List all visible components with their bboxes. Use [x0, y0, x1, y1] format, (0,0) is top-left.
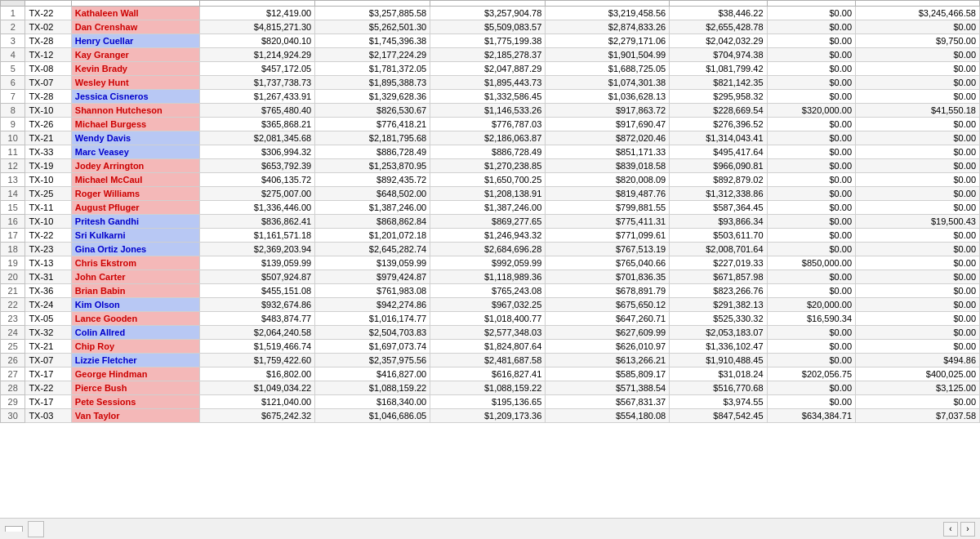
header-total-receipts[interactable]	[430, 1, 546, 7]
cell-total-receipts: $616,827.41	[430, 368, 546, 381]
cell-individual: $4,815,271.30	[200, 20, 315, 34]
cell-total-contrib: $826,530.67	[315, 104, 430, 118]
cell-cand-contrib: $494.86	[856, 354, 980, 368]
cell-total-disbursements: $799,881.55	[546, 201, 670, 215]
table-row: 3TX-28Henry Cuellar$820,040.10$1,745,396…	[1, 34, 980, 48]
cell-total-disbursements: $917,863.72	[546, 104, 670, 118]
cell-district: TX-19	[25, 159, 71, 173]
table-row: 25TX-21Chip Roy$1,519,466.74$1,697,073.7…	[1, 340, 980, 354]
cell-total-disbursements: $647,260.71	[546, 312, 670, 326]
header-district[interactable]	[25, 1, 71, 7]
cell-debts: $0.00	[767, 7, 856, 20]
cell-candidate: Marc Veasey	[71, 145, 199, 159]
cell-cash: $821,142.35	[670, 76, 767, 90]
bottom-bar: ‹ ›	[0, 518, 980, 539]
cell-total-disbursements: $771,099.61	[546, 229, 670, 243]
table-row: 30TX-03Van Taylor$675,242.32$1,046,686.0…	[1, 409, 980, 423]
cell-cash: $2,042,032.29	[670, 34, 767, 48]
cell-debts: $850,000.00	[767, 256, 856, 270]
cell-cand-contrib: $0.00	[856, 118, 980, 131]
cell-debts: $0.00	[767, 145, 856, 159]
cell-cand-contrib: $0.00	[856, 131, 980, 145]
cell-total-disbursements: $872,020.46	[546, 131, 670, 145]
cell-total-contrib: $942,274.86	[315, 298, 430, 312]
add-sheet-button[interactable]	[28, 521, 44, 537]
table-row: 28TX-22Pierce Bush$1,049,034.22$1,088,15…	[1, 381, 980, 395]
row-number: 7	[1, 90, 25, 104]
cell-district: TX-11	[25, 201, 71, 215]
cell-individual: $306,994.32	[200, 145, 315, 159]
cell-cand-contrib: $0.00	[856, 173, 980, 187]
table-wrapper[interactable]: 1TX-22Kathaleen Wall$12,419.00$3,257,885…	[0, 0, 980, 518]
cell-cand-contrib: $0.00	[856, 326, 980, 340]
cell-total-disbursements: $701,836.35	[546, 270, 670, 284]
cell-cash: $847,542.45	[670, 409, 767, 423]
table-row: 27TX-17George Hindman$16,802.00$416,827.…	[1, 368, 980, 381]
cell-cand-contrib: $400,025.00	[856, 368, 980, 381]
cell-cand-contrib: $0.00	[856, 270, 980, 284]
cell-candidate: Jessica Cisneros	[71, 90, 199, 104]
cell-cand-contrib: $0.00	[856, 284, 980, 298]
cell-cash: $966,090.81	[670, 159, 767, 173]
row-number: 24	[1, 326, 25, 340]
cell-debts: $202,056.75	[767, 368, 856, 381]
cell-total-disbursements: $917,690.47	[546, 118, 670, 131]
cell-individual: $457,172.05	[200, 62, 315, 76]
cell-total-disbursements: $819,487.76	[546, 187, 670, 201]
cell-district: TX-22	[25, 381, 71, 395]
header-candidate[interactable]	[71, 1, 199, 7]
row-number: 18	[1, 243, 25, 256]
cell-cash: $823,266.76	[670, 284, 767, 298]
cell-cand-contrib: $0.00	[856, 20, 980, 34]
cell-candidate: Henry Cuellar	[71, 34, 199, 48]
cell-individual: $1,161,571.18	[200, 229, 315, 243]
cell-cash: $516,770.68	[670, 381, 767, 395]
cell-candidate: Lance Gooden	[71, 312, 199, 326]
cell-total-disbursements: $2,874,833.26	[546, 20, 670, 34]
cell-cash: $295,958.32	[670, 90, 767, 104]
cell-cash: $1,910,488.45	[670, 354, 767, 368]
cell-total-receipts: $5,509,083.57	[430, 20, 546, 34]
cell-total-disbursements: $571,388.54	[546, 381, 670, 395]
header-total-disbursements[interactable]	[546, 1, 670, 7]
cell-cash: $892,879.02	[670, 173, 767, 187]
cell-total-disbursements: $3,219,458.56	[546, 7, 670, 20]
cell-district: TX-10	[25, 173, 71, 187]
cell-individual: $2,369,203.94	[200, 243, 315, 256]
header-debts[interactable]	[767, 1, 856, 7]
header-individual[interactable]	[200, 1, 315, 7]
cell-district: TX-23	[25, 243, 71, 256]
cell-candidate: Chip Roy	[71, 340, 199, 354]
cell-total-receipts: $2,481,687.58	[430, 354, 546, 368]
spreadsheet-container: 1TX-22Kathaleen Wall$12,419.00$3,257,885…	[0, 0, 980, 539]
cell-candidate: Pritesh Gandhi	[71, 215, 199, 229]
row-number: 5	[1, 62, 25, 76]
table-row: 5TX-08Kevin Brady$457,172.05$1,781,372.0…	[1, 62, 980, 76]
table-row: 20TX-31John Carter$507,924.87$979,424.87…	[1, 270, 980, 284]
cell-debts: $0.00	[767, 20, 856, 34]
cell-cash: $31,018.24	[670, 368, 767, 381]
cell-individual: $1,267,433.91	[200, 90, 315, 104]
cell-individual: $12,419.00	[200, 7, 315, 20]
row-number: 6	[1, 76, 25, 90]
row-number: 9	[1, 118, 25, 131]
cell-total-contrib: $1,016,174.77	[315, 312, 430, 326]
cell-total-disbursements: $1,074,301.38	[546, 76, 670, 90]
cell-candidate: Michael McCaul	[71, 173, 199, 187]
nav-arrow-left[interactable]: ‹	[943, 522, 958, 537]
row-number: 21	[1, 284, 25, 298]
nav-arrows: ‹ ›	[943, 522, 975, 537]
header-candidate-contrib[interactable]	[856, 1, 980, 7]
sheet-tab[interactable]	[5, 526, 23, 532]
cell-district: TX-12	[25, 48, 71, 62]
cell-cash: $704,974.38	[670, 48, 767, 62]
cell-individual: $275,007.00	[200, 187, 315, 201]
cell-cash: $3,974.55	[670, 395, 767, 409]
cell-candidate: Gina Ortiz Jones	[71, 243, 199, 256]
cell-cand-contrib: $0.00	[856, 243, 980, 256]
nav-arrow-right[interactable]: ›	[960, 522, 975, 537]
header-total-contrib[interactable]	[315, 1, 430, 7]
cell-total-contrib: $1,088,159.22	[315, 381, 430, 395]
cell-total-disbursements: $675,650.12	[546, 298, 670, 312]
header-cash[interactable]	[670, 1, 767, 7]
